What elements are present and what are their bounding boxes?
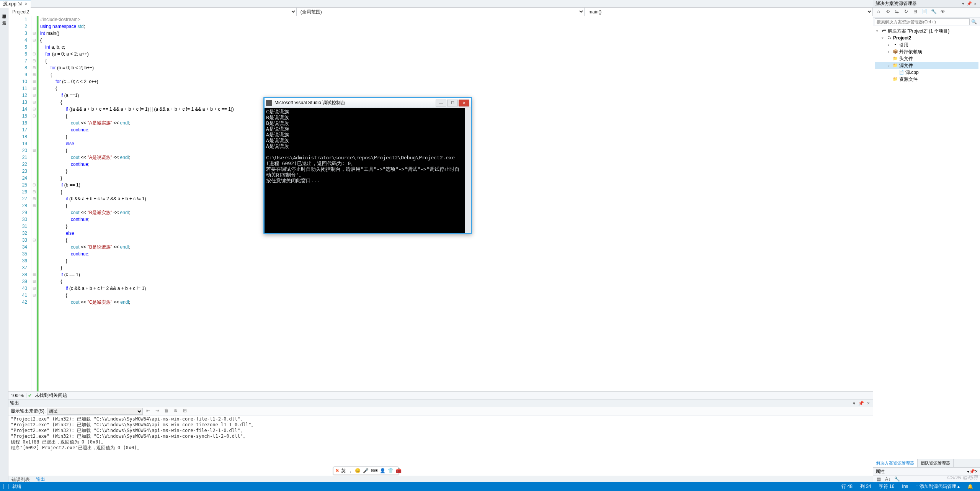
se-properties-icon[interactable]: 🔧 [930,9,938,16]
solution-explorer-title: 解决方案资源管理器 [875,0,917,7]
check-icon: ✔ [28,393,32,398]
btn-wrap-icon[interactable]: ≋ [172,408,180,415]
btn-clear-icon[interactable]: 🗑 [163,408,170,415]
output-panel: 输出 ▾ 📌 × 显示输出来源(S): 调试 ⇤ ⇥ 🗑 ≋ ⊞ "Projec… [8,399,873,476]
fold-column[interactable]: ⊟⊟⊟⊟⊟⊟⊟⊟⊟⊟⊟⊟⊟⊟⊟⊟⊟⊟⊟⊟⊟⊟ [31,16,37,391]
status-col: 列 34 [856,483,875,490]
search-icon[interactable]: 🔍 [970,19,978,25]
expander-icon[interactable]: ▿ [876,29,881,33]
ime-punct-icon[interactable]: ， [348,468,353,474]
tree-source-file[interactable]: 📄 源.cpp [875,69,978,76]
status-add-source-control[interactable]: ↑ 添加到源代码管理 ▴ [912,483,964,490]
solution-search-row: 🔍 [873,18,980,26]
console-close-button[interactable]: ✕ [459,100,469,106]
tab-label: 源.cpp [3,1,16,7]
expander-icon[interactable]: ▸ [888,43,892,47]
status-ins: Ins [898,484,912,489]
output-toolbar: 显示输出来源(S): 调试 ⇤ ⇥ 🗑 ≋ ⊞ [8,407,873,416]
solution-search-input[interactable] [875,18,970,25]
se-showall-icon[interactable]: 📄 [921,9,928,16]
ime-toolbar[interactable]: S 英 ， 😊 🎤 ⌨ 👤 👕 🧰 [333,466,399,475]
tree-sources[interactable]: ▿ 📁 源文件 [875,62,978,69]
se-sync-icon[interactable]: ⇆ [893,9,901,16]
editor-status-bar: 100 % ✔ 未找到相关问题 [8,391,873,399]
tab-pin-icon[interactable]: ⇲ [18,1,22,7]
console-text[interactable]: C是说谎族 B是说谎族 B是说谎族 A是说谎族 A是说谎族 A是说谎族 A是说谎… [265,108,465,233]
server-explorer-tab[interactable]: 服务器资源管理器 [1,9,8,14]
solution-explorer-title-bar: 解决方案资源管理器 ▾ 📌 × [873,0,980,8]
left-tool-rail: 服务器资源管理器 工具箱 [0,8,8,483]
tree-headers[interactable]: 📁 头文件 [875,55,978,62]
sb-box-icon [3,484,8,489]
console-scrollbar[interactable] [465,108,471,233]
watermark-text: CSDN @翎羽 [947,474,978,481]
tree-solution-root[interactable]: ▿ 🗃 解决方案 "Project2" (1 个项目) [875,28,978,34]
se-refresh-icon[interactable]: ↻ [902,9,910,16]
tree-references[interactable]: ▸ ▪ 引用 [875,41,978,48]
folder-icon: 📁 [892,63,898,68]
tab-source-cpp[interactable]: 源.cpp ⇲ × [0,0,31,8]
ime-mic-icon[interactable]: 🎤 [363,468,369,473]
solution-icon: 🗃 [881,28,887,34]
status-line: 行 48 [838,483,856,490]
extdeps-icon: 📦 [892,49,898,54]
ime-lang-label[interactable]: 英 [341,468,346,474]
references-icon: ▪ [892,42,898,47]
console-titlebar[interactable]: Microsoft Visual Studio 调试控制台 — ☐ ✕ [265,98,471,108]
console-min-button[interactable]: — [436,100,446,106]
tree-project[interactable]: ▿ 🗂 Project2 [875,34,978,41]
ime-keyboard-icon[interactable]: ⌨ [371,468,377,473]
tree-external-deps[interactable]: ▸ 📦 外部依赖项 [875,48,978,55]
ime-tool-icon[interactable]: 🧰 [396,468,402,473]
se-preview-icon[interactable]: 👁 [939,9,947,16]
status-char: 字符 16 [875,483,898,490]
zoom-level[interactable]: 100 % [8,393,26,398]
cpp-file-icon: 📄 [898,70,905,75]
debug-console-window[interactable]: Microsoft Visual Studio 调试控制台 — ☐ ✕ C是说谎… [263,97,472,234]
panel-close-icon[interactable]: × [866,401,871,406]
ime-skin-icon[interactable]: 👕 [388,468,394,473]
se-dropdown-icon[interactable]: ▾ [961,1,965,6]
se-close-icon[interactable]: × [973,2,978,6]
btn-prev-icon[interactable]: ⇤ [144,408,152,415]
btn-toggle-icon[interactable]: ⊞ [181,408,189,415]
se-collapse-icon[interactable]: ⊟ [911,9,919,16]
solution-toolbar: ⌂ ⟲ ⇆ ↻ ⊟ 📄 🔧 👁 [873,8,980,18]
tree-resources[interactable]: 📁 资源文件 [875,76,978,83]
tab-team-explorer[interactable]: 团队资源管理器 [918,459,954,467]
console-title: Microsoft Visual Studio 调试控制台 [274,100,435,106]
se-home-icon[interactable]: ⌂ [875,9,882,16]
output-text[interactable]: "Project2.exe" (Win32): 已加载 "C:\Windows\… [8,416,873,476]
expander-icon[interactable]: ▿ [882,36,886,40]
output-source-label: 显示输出来源(S): [11,408,46,414]
tab-solution-explorer[interactable]: 解决方案资源管理器 [873,459,918,467]
breadcrumb-member[interactable]: main() [585,8,873,16]
ime-user-icon[interactable]: 👤 [380,468,385,473]
expander-icon[interactable]: ▿ [888,64,892,67]
output-source-select[interactable]: 调试 [47,408,143,415]
status-message: 未找到相关问题 [33,392,69,399]
expander-icon[interactable]: ▸ [888,50,892,54]
breadcrumb-scope[interactable]: (全局范围) [297,8,585,16]
toolbox-tab[interactable]: 工具箱 [1,16,8,21]
tab-close-button[interactable]: × [25,1,28,7]
btn-next-icon[interactable]: ⇥ [154,408,161,415]
editor-tab-bar: 源.cpp ⇲ × [0,0,980,8]
output-title-bar: 输出 ▾ 📌 × [8,399,873,407]
line-number-gutter: 1234567891011121314151617181920212223242… [8,16,31,391]
ime-logo-icon: S [336,468,339,473]
output-title: 输出 [10,400,19,406]
se-back-icon[interactable]: ⟲ [884,9,892,16]
right-panel-tabs: 解决方案资源管理器 团队资源管理器 [873,459,980,467]
breadcrumb-project[interactable]: Project2 [8,8,297,16]
se-pin-icon[interactable]: 📌 [965,1,973,6]
ime-emoji-icon[interactable]: 😊 [355,468,361,473]
solution-tree[interactable]: ▿ 🗃 解决方案 "Project2" (1 个项目) ▿ 🗂 Project2… [873,26,980,459]
panel-dropdown-icon[interactable]: ▾ [851,401,857,406]
status-bar: 就绪 行 48 列 34 字符 16 Ins ↑ 添加到源代码管理 ▴ 🔔 [0,482,980,491]
status-notification-icon[interactable]: 🔔 [964,484,977,489]
panel-pin-icon[interactable]: 📌 [857,401,866,406]
console-max-button[interactable]: ☐ [447,100,458,106]
props-close-icon[interactable]: × [975,469,978,474]
props-pin-icon[interactable]: 📌 [969,469,975,474]
